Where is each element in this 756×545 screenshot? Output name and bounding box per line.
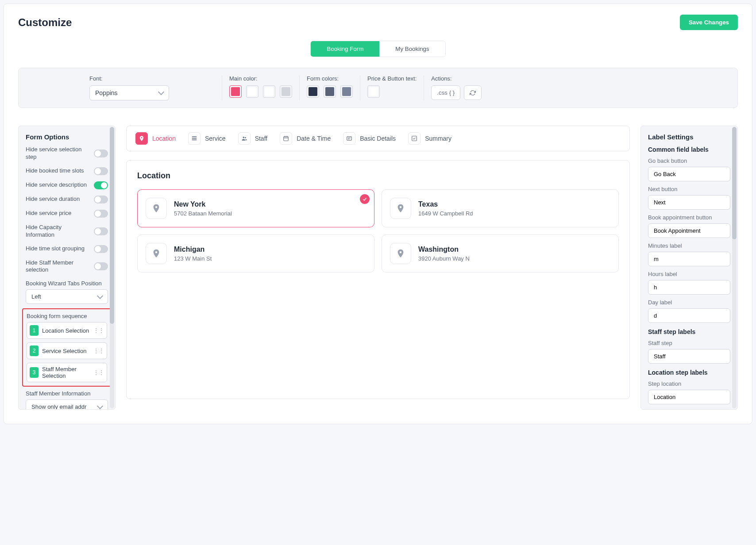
price-color-swatch[interactable] bbox=[367, 85, 380, 98]
field-label: Minutes label bbox=[648, 242, 730, 249]
svg-rect-0 bbox=[192, 136, 197, 137]
booking-sequence-highlight: Booking form sequence 1Location Selectio… bbox=[22, 308, 112, 387]
form-color-swatch[interactable] bbox=[307, 85, 319, 98]
field-input[interactable] bbox=[648, 195, 730, 210]
step-tab-date-&-time[interactable]: Date & Time bbox=[280, 132, 331, 145]
location-name: New York bbox=[174, 200, 232, 208]
toggle-label: Hide service price bbox=[26, 210, 94, 217]
step-tab-staff[interactable]: Staff bbox=[238, 132, 268, 145]
field-input[interactable] bbox=[648, 308, 730, 323]
settings-bar: Font: Poppins Main color: Form colors: P… bbox=[18, 68, 738, 108]
toggle[interactable] bbox=[94, 181, 108, 189]
pin-icon bbox=[390, 198, 411, 219]
font-label: Font: bbox=[89, 75, 215, 82]
toggle[interactable] bbox=[94, 227, 108, 235]
scrollbar[interactable] bbox=[732, 127, 737, 408]
sequence-number: 1 bbox=[30, 325, 39, 336]
toggle[interactable] bbox=[94, 150, 108, 157]
step-tab-summary[interactable]: Summary bbox=[408, 132, 451, 145]
staff-step-labels-title: Staff step labels bbox=[648, 328, 730, 335]
svg-rect-5 bbox=[284, 137, 289, 141]
sequence-label: Location Selection bbox=[42, 327, 93, 334]
pin-icon bbox=[146, 198, 167, 219]
location-address: 3920 Auburn Way N bbox=[418, 255, 470, 262]
pin-icon bbox=[146, 243, 167, 264]
svg-rect-1 bbox=[192, 138, 197, 139]
drag-handle-icon[interactable]: ⋮⋮ bbox=[93, 369, 104, 376]
sequence-number: 2 bbox=[30, 345, 39, 356]
chevron-down-icon bbox=[97, 293, 103, 299]
toggle[interactable] bbox=[94, 167, 108, 175]
staff-step-input[interactable] bbox=[648, 349, 730, 364]
toggle[interactable] bbox=[94, 210, 108, 218]
location-item[interactable]: Texas1649 W Campbell Rd bbox=[382, 189, 619, 227]
main-color-swatch[interactable] bbox=[280, 85, 292, 98]
pin-icon bbox=[135, 132, 148, 145]
card-icon bbox=[343, 132, 355, 145]
step-name: Summary bbox=[425, 135, 451, 142]
svg-rect-9 bbox=[347, 137, 352, 140]
toggle-label: Hide service duration bbox=[26, 196, 94, 203]
sequence-item[interactable]: 2Service Selection⋮⋮ bbox=[27, 342, 107, 359]
toggle[interactable] bbox=[94, 245, 108, 253]
field-label: Go back button bbox=[648, 157, 730, 164]
css-button[interactable]: .css { } bbox=[431, 85, 460, 100]
location-item[interactable]: Washington3920 Auburn Way N bbox=[382, 234, 619, 272]
location-step-labels-title: Location step labels bbox=[648, 369, 730, 376]
svg-point-4 bbox=[245, 137, 246, 138]
calendar-icon bbox=[280, 132, 292, 145]
svg-rect-2 bbox=[192, 139, 197, 140]
toggle[interactable] bbox=[94, 262, 108, 270]
toggle-label: Hide service description bbox=[26, 181, 94, 189]
main-color-swatch[interactable] bbox=[263, 85, 275, 98]
field-input[interactable] bbox=[648, 167, 730, 181]
step-tab-basic-details[interactable]: Basic Details bbox=[343, 132, 396, 145]
form-color-swatch[interactable] bbox=[324, 85, 336, 98]
field-input[interactable] bbox=[648, 252, 730, 266]
save-button[interactable]: Save Changes bbox=[680, 15, 738, 30]
form-color-swatch[interactable] bbox=[340, 85, 353, 98]
field-label: Day label bbox=[648, 299, 730, 306]
list-icon bbox=[188, 132, 201, 145]
field-label: Book appointment button bbox=[648, 214, 730, 221]
toggle-label: Hide booked time slots bbox=[26, 167, 94, 175]
check-icon bbox=[408, 132, 420, 145]
scrollbar[interactable] bbox=[110, 127, 114, 408]
page-title: Customize bbox=[18, 16, 72, 29]
main-color-swatch[interactable] bbox=[246, 85, 258, 98]
location-card: Location New York5702 Bataan MemorialTex… bbox=[126, 160, 630, 399]
sequence-item[interactable]: 3Staff Member Selection⋮⋮ bbox=[27, 363, 107, 382]
field-input[interactable] bbox=[648, 280, 730, 295]
tab-my-bookings[interactable]: My Bookings bbox=[379, 41, 445, 57]
step-location-input[interactable] bbox=[648, 390, 730, 404]
refresh-button[interactable] bbox=[464, 85, 482, 100]
field-label: Next button bbox=[648, 186, 730, 192]
main-color-swatch[interactable] bbox=[229, 85, 242, 98]
tab-booking-form[interactable]: Booking Form bbox=[311, 41, 379, 57]
location-item[interactable]: Michigan123 W Main St bbox=[137, 234, 374, 272]
font-select[interactable]: Poppins bbox=[89, 85, 169, 100]
toggle[interactable] bbox=[94, 196, 108, 203]
staff-step-label: Staff step bbox=[648, 340, 730, 346]
form-options-title: Form Options bbox=[26, 133, 108, 141]
toggle-label: Hide time slot grouping bbox=[26, 245, 94, 253]
drag-handle-icon[interactable]: ⋮⋮ bbox=[93, 348, 104, 354]
common-labels-title: Common field labels bbox=[648, 146, 730, 153]
sequence-item[interactable]: 1Location Selection⋮⋮ bbox=[27, 322, 107, 339]
form-options-panel: Form Options Hide service selection step… bbox=[18, 126, 116, 410]
staff-info-value: Show only email addr bbox=[31, 403, 86, 409]
wizard-pos-select[interactable]: Left bbox=[26, 289, 108, 304]
step-tab-location[interactable]: Location bbox=[135, 132, 176, 145]
step-name: Location bbox=[152, 135, 176, 142]
location-name: Washington bbox=[418, 246, 470, 253]
sequence-label: Service Selection bbox=[42, 348, 93, 354]
field-input[interactable] bbox=[648, 223, 730, 238]
wizard-pos-label: Booking Wizard Tabs Position bbox=[26, 280, 108, 287]
location-address: 5702 Bataan Memorial bbox=[174, 210, 232, 217]
staff-info-select[interactable]: Show only email addr bbox=[26, 399, 108, 409]
chevron-down-icon bbox=[158, 89, 164, 95]
step-tabs: LocationServiceStaffDate & TimeBasic Det… bbox=[126, 126, 630, 151]
location-item[interactable]: New York5702 Bataan Memorial bbox=[137, 189, 374, 227]
drag-handle-icon[interactable]: ⋮⋮ bbox=[93, 327, 104, 334]
step-tab-service[interactable]: Service bbox=[188, 132, 226, 145]
